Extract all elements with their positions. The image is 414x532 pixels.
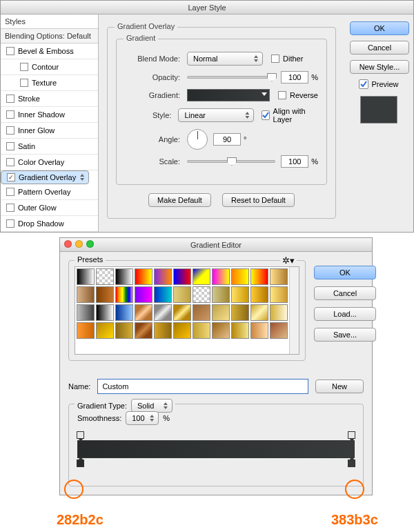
- opacity-stop-left[interactable]: [77, 431, 84, 439]
- preset-swatch[interactable]: [231, 286, 249, 303]
- preset-swatch[interactable]: [270, 268, 288, 285]
- preset-swatch[interactable]: [96, 286, 114, 303]
- scale-input[interactable]: [281, 155, 308, 168]
- preset-swatch[interactable]: [212, 268, 230, 285]
- preset-swatch[interactable]: [212, 286, 230, 303]
- preset-swatch[interactable]: [77, 268, 95, 285]
- style-select[interactable]: Linear: [178, 108, 254, 122]
- angle-input[interactable]: [213, 133, 241, 146]
- name-input[interactable]: [97, 379, 308, 394]
- style-item-outer-glow[interactable]: Outer Glow: [1, 200, 98, 216]
- angle-dial[interactable]: [187, 129, 208, 150]
- preset-swatch[interactable]: [250, 304, 268, 321]
- style-item-bevel-emboss[interactable]: Bevel & Emboss: [1, 43, 98, 59]
- preset-swatch[interactable]: [96, 304, 114, 321]
- preview-checkbox[interactable]: [359, 79, 368, 89]
- gradient-type-select[interactable]: Solid: [131, 399, 172, 413]
- ok-button[interactable]: OK: [350, 21, 409, 35]
- align-checkbox[interactable]: [262, 110, 270, 120]
- preset-swatch[interactable]: [135, 304, 152, 321]
- preset-swatch[interactable]: [154, 286, 172, 303]
- style-item-checkbox[interactable]: [6, 95, 14, 103]
- preset-swatch[interactable]: [154, 304, 172, 321]
- preset-swatch[interactable]: [96, 268, 114, 285]
- preset-swatch[interactable]: [193, 268, 210, 285]
- style-item-checkbox[interactable]: [6, 110, 14, 119]
- ge-load-button[interactable]: Load...: [314, 307, 376, 321]
- preset-swatch[interactable]: [135, 268, 152, 285]
- preset-swatch[interactable]: [270, 304, 288, 321]
- preset-swatch[interactable]: [77, 286, 95, 303]
- new-style-button[interactable]: New Style...: [350, 60, 409, 74]
- cancel-button[interactable]: Cancel: [350, 41, 409, 55]
- style-item-checkbox[interactable]: [6, 204, 14, 212]
- preset-swatch[interactable]: [212, 322, 230, 339]
- style-item-checkbox[interactable]: [7, 173, 15, 181]
- style-item-checkbox[interactable]: [6, 47, 14, 55]
- style-item-checkbox[interactable]: [20, 79, 28, 87]
- preset-swatch[interactable]: [154, 268, 172, 285]
- style-item-checkbox[interactable]: [20, 63, 28, 71]
- blend-mode-select[interactable]: Normal: [187, 52, 263, 66]
- preset-swatch[interactable]: [270, 322, 288, 339]
- presets-scrollbar[interactable]: [289, 267, 299, 354]
- ge-cancel-button[interactable]: Cancel: [314, 286, 376, 300]
- preset-swatch[interactable]: [173, 286, 191, 303]
- style-item-checkbox[interactable]: [6, 142, 14, 150]
- style-item-texture[interactable]: Texture: [1, 75, 98, 91]
- style-item-drop-shadow[interactable]: Drop Shadow: [1, 216, 98, 232]
- preset-swatch[interactable]: [77, 322, 95, 339]
- window-controls[interactable]: [64, 240, 94, 248]
- style-item-contour[interactable]: Contour: [1, 59, 98, 75]
- preset-swatch[interactable]: [173, 268, 191, 285]
- color-stop-left[interactable]: [77, 460, 84, 467]
- preset-swatch[interactable]: [231, 304, 249, 321]
- preset-swatch[interactable]: [135, 286, 152, 303]
- opacity-stop-right[interactable]: [348, 431, 355, 439]
- preset-swatch[interactable]: [115, 268, 133, 285]
- style-item-checkbox[interactable]: [6, 219, 14, 228]
- make-default-button[interactable]: Make Default: [148, 193, 211, 207]
- preset-swatch[interactable]: [115, 322, 133, 339]
- preset-swatch[interactable]: [193, 322, 210, 339]
- preset-swatch[interactable]: [231, 268, 249, 285]
- gradient-swatch[interactable]: [187, 89, 270, 101]
- preset-swatch[interactable]: [96, 322, 114, 339]
- opacity-input[interactable]: [281, 71, 308, 83]
- preset-swatch[interactable]: [115, 304, 133, 321]
- preset-swatch[interactable]: [250, 322, 268, 339]
- preset-swatch[interactable]: [250, 286, 268, 303]
- scale-slider[interactable]: [187, 157, 275, 166]
- style-item-gradient-overlay[interactable]: Gradient Overlay: [1, 170, 89, 184]
- new-button[interactable]: New: [315, 380, 364, 393]
- style-item-pattern-overlay[interactable]: Pattern Overlay: [1, 184, 98, 200]
- ge-save-button[interactable]: Save...: [314, 328, 376, 342]
- opacity-slider[interactable]: [187, 72, 275, 82]
- preset-swatch[interactable]: [212, 304, 230, 321]
- ge-ok-button[interactable]: OK: [314, 266, 376, 279]
- style-item-checkbox[interactable]: [6, 188, 14, 196]
- reset-default-button[interactable]: Reset to Default: [222, 193, 295, 207]
- preset-swatch[interactable]: [193, 286, 210, 303]
- dither-checkbox[interactable]: [271, 55, 279, 63]
- style-item-inner-shadow[interactable]: Inner Shadow: [1, 107, 98, 123]
- smoothness-select[interactable]: 100: [126, 411, 159, 425]
- preset-swatch[interactable]: [173, 304, 191, 321]
- style-item-color-overlay[interactable]: Color Overlay: [1, 155, 98, 170]
- style-item-checkbox[interactable]: [6, 126, 14, 135]
- styles-header[interactable]: Styles: [1, 14, 98, 29]
- style-item-satin[interactable]: Satin: [1, 139, 98, 155]
- preset-swatch[interactable]: [250, 268, 268, 285]
- preset-swatch[interactable]: [154, 322, 172, 339]
- style-item-stroke[interactable]: Stroke: [1, 91, 98, 107]
- blending-options-row[interactable]: Blending Options: Default: [1, 29, 98, 43]
- color-stop-right[interactable]: [348, 460, 355, 467]
- preset-swatch[interactable]: [115, 286, 133, 303]
- style-item-inner-glow[interactable]: Inner Glow: [1, 123, 98, 139]
- presets-menu-icon[interactable]: ✲▾: [280, 255, 297, 266]
- preset-swatch[interactable]: [270, 286, 288, 303]
- preset-swatch[interactable]: [173, 322, 191, 339]
- gradient-bar[interactable]: [77, 440, 355, 458]
- preset-swatch[interactable]: [193, 304, 210, 321]
- preset-swatch[interactable]: [135, 322, 152, 339]
